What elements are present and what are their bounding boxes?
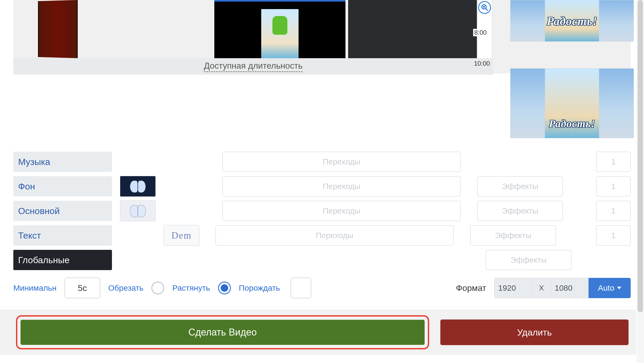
row-label-main[interactable]: Основной — [13, 201, 112, 221]
controls-row: Минимальн Обрезать Растянуть Порождать Ф… — [13, 278, 631, 298]
crop-label: Обрезать — [108, 283, 143, 293]
effects-button-global[interactable]: Эффекты — [486, 250, 571, 270]
effects-button-main[interactable]: Эффекты — [477, 201, 563, 221]
transitions-button-text[interactable]: Переходы — [215, 225, 454, 246]
count-bg[interactable]: 1 — [596, 176, 631, 196]
bottom-bar: Сделать Видео Удалить — [0, 310, 636, 355]
transitions-button-music[interactable]: Переходы — [222, 152, 461, 172]
wait-checkbox[interactable] — [291, 278, 311, 298]
preview-caption: Радость! — [510, 14, 634, 28]
format-x: X — [532, 278, 551, 298]
min-duration-input[interactable] — [65, 278, 100, 298]
effects-button-bg[interactable]: Эффекты — [477, 176, 563, 196]
video-clip-preview[interactable] — [214, 0, 345, 58]
delete-button[interactable]: Удалить — [440, 319, 629, 345]
audio-waveform[interactable] — [22, 0, 96, 58]
row-label-global[interactable]: Глобальные — [13, 250, 112, 270]
count-text[interactable]: 1 — [596, 225, 631, 246]
thumb-text[interactable]: Dem — [164, 225, 199, 246]
duration-bar: Доступная длительность — [13, 58, 493, 75]
layer-rows: Музыка Переходы 1 Фон Переходы Эффекты 1… — [13, 152, 631, 274]
available-duration-link[interactable]: Доступная длительность — [204, 61, 303, 72]
crop-radio[interactable] — [151, 282, 164, 294]
format-width[interactable]: 1920 — [494, 278, 532, 298]
output-previews: Радость! Радость! — [510, 0, 634, 138]
stretch-label: Растянуть — [172, 283, 210, 293]
preview-thumb-2[interactable]: Радость! — [510, 68, 634, 138]
transitions-button-bg[interactable]: Переходы — [222, 176, 461, 196]
min-label: Минимальн — [13, 283, 57, 293]
wait-label: Порождать — [239, 283, 283, 293]
row-label-bg[interactable]: Фон — [13, 176, 112, 196]
count-music[interactable]: 1 — [596, 152, 631, 172]
stretch-radio[interactable] — [218, 282, 231, 294]
row-global: Глобальные Эффекты — [13, 250, 631, 270]
scrollbar-thumb[interactable] — [638, 0, 643, 312]
row-label-music[interactable]: Музыка — [13, 152, 112, 172]
chevron-down-icon — [617, 287, 621, 289]
format-label: Формат — [456, 283, 486, 293]
format-size-group: 1920 X 1080 Auto — [494, 278, 631, 298]
format-height[interactable]: 1080 — [551, 278, 589, 298]
preview-thumb-1[interactable]: Радость! — [510, 0, 634, 42]
row-text: Текст Dem Переходы Эффекты 1 — [13, 225, 631, 246]
thumb-main[interactable] — [120, 200, 156, 221]
ruler-time-8: 8:00 — [473, 29, 488, 36]
effects-button-text[interactable]: Эффекты — [470, 225, 556, 246]
make-video-button[interactable]: Сделать Видео — [21, 320, 425, 345]
preview-caption: Радость! — [510, 117, 634, 130]
auto-label: Auto — [598, 283, 614, 293]
thumb-bg[interactable] — [120, 176, 156, 197]
format-auto-button[interactable]: Auto — [589, 278, 631, 298]
empty-clip-slot[interactable] — [348, 0, 477, 58]
row-bg: Фон Переходы Эффекты 1 — [13, 176, 631, 196]
row-main: Основной Переходы Эффекты 1 — [13, 201, 631, 221]
time-ruler: 8:00 — [473, 0, 493, 58]
page-scrollbar[interactable] — [637, 0, 644, 363]
count-main[interactable]: 1 — [596, 201, 631, 221]
ruler-time-10: 10:00 — [474, 60, 490, 67]
transitions-button-main[interactable]: Переходы — [222, 201, 461, 221]
make-video-highlight: Сделать Видео — [16, 315, 429, 349]
row-music: Музыка Переходы 1 — [13, 152, 631, 172]
row-label-text[interactable]: Текст — [13, 225, 112, 246]
